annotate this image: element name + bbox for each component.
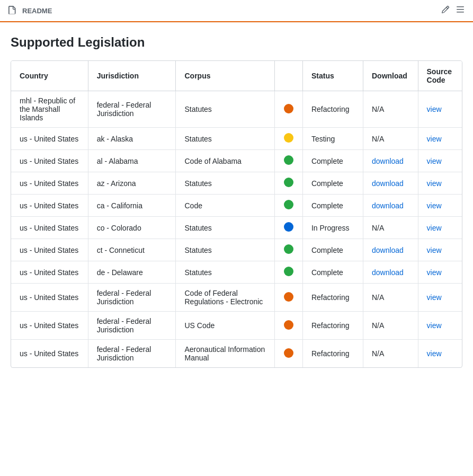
cell-status: Complete xyxy=(302,195,363,217)
download-link[interactable]: download xyxy=(372,201,404,210)
cell-download[interactable]: download xyxy=(363,261,418,284)
cell-jurisdiction: ca - California xyxy=(88,195,176,217)
download-link[interactable]: download xyxy=(372,179,404,188)
status-dot-indicator xyxy=(284,104,293,113)
col-header-jurisdiction: Jurisdiction xyxy=(88,61,176,91)
cell-status-dot xyxy=(275,128,303,150)
table-row: mhl - Republic of the Marshall Islandsfe… xyxy=(11,91,462,128)
table-row: us - United Statesde - DelawareStatutesC… xyxy=(11,261,462,284)
cell-corpus: Code xyxy=(176,195,275,217)
table-row: us - United Statesal - AlabamaCode of Al… xyxy=(11,150,462,172)
table-row: us - United Statesfederal - Federal Juri… xyxy=(11,284,462,312)
cell-status-dot xyxy=(275,150,303,172)
cell-status-dot xyxy=(275,195,303,217)
readme-label: README xyxy=(22,7,52,15)
cell-status: Refactoring xyxy=(302,91,363,128)
source-code-link[interactable]: view xyxy=(427,349,442,358)
cell-jurisdiction: co - Colorado xyxy=(88,217,176,239)
source-code-link[interactable]: view xyxy=(427,293,442,302)
cell-jurisdiction: federal - Federal Jurisdiction xyxy=(88,312,176,340)
download-link[interactable]: download xyxy=(372,268,404,277)
cell-country: us - United States xyxy=(11,150,88,172)
cell-jurisdiction: ak - Alaska xyxy=(88,128,176,150)
main-content: Supported Legislation Country Jurisdicti… xyxy=(0,22,473,381)
menu-icon[interactable] xyxy=(456,5,465,16)
source-code-link[interactable]: view xyxy=(427,135,442,143)
cell-corpus: US Code xyxy=(176,312,275,340)
cell-country: us - United States xyxy=(11,261,88,284)
book-icon xyxy=(8,6,18,15)
cell-jurisdiction: ct - Conneticut xyxy=(88,239,176,261)
cell-corpus: Aeronautical Information Manual xyxy=(176,340,275,368)
cell-status-dot xyxy=(275,312,303,340)
cell-source-code[interactable]: view xyxy=(418,195,462,217)
cell-jurisdiction: federal - Federal Jurisdiction xyxy=(88,284,176,312)
status-dot-indicator xyxy=(284,320,293,330)
source-code-link[interactable]: view xyxy=(427,157,442,165)
page-title: Supported Legislation xyxy=(11,35,462,50)
cell-status: Complete xyxy=(302,239,363,261)
source-code-link[interactable]: view xyxy=(427,105,442,113)
cell-status: Refactoring xyxy=(302,312,363,340)
col-header-status: Status xyxy=(302,61,363,91)
table-row: us - United Statesfederal - Federal Juri… xyxy=(11,340,462,368)
col-header-download: Download xyxy=(363,61,418,91)
cell-corpus: Statutes xyxy=(176,128,275,150)
cell-source-code[interactable]: view xyxy=(418,91,462,128)
source-code-link[interactable]: view xyxy=(427,201,442,210)
cell-source-code[interactable]: view xyxy=(418,284,462,312)
cell-download: N/A xyxy=(363,340,418,368)
status-dot-indicator xyxy=(284,222,293,232)
source-code-link[interactable]: view xyxy=(427,179,442,188)
cell-download[interactable]: download xyxy=(363,150,418,172)
cell-status-dot xyxy=(275,284,303,312)
status-dot-indicator xyxy=(284,292,293,302)
cell-corpus: Statutes xyxy=(176,239,275,261)
cell-country: us - United States xyxy=(11,195,88,217)
status-dot-indicator xyxy=(284,267,293,276)
cell-source-code[interactable]: view xyxy=(418,239,462,261)
download-link[interactable]: download xyxy=(372,246,404,254)
cell-jurisdiction: az - Arizona xyxy=(88,172,176,195)
cell-source-code[interactable]: view xyxy=(418,261,462,284)
cell-source-code[interactable]: view xyxy=(418,217,462,239)
cell-jurisdiction: de - Delaware xyxy=(88,261,176,284)
table-row: us - United Statesaz - ArizonaStatutesCo… xyxy=(11,172,462,195)
source-code-link[interactable]: view xyxy=(427,246,442,254)
table-row: us - United Statesak - AlaskaStatutesTes… xyxy=(11,128,462,150)
cell-country: us - United States xyxy=(11,128,88,150)
cell-status-dot xyxy=(275,217,303,239)
cell-corpus: Statutes xyxy=(176,261,275,284)
cell-download[interactable]: download xyxy=(363,172,418,195)
cell-download[interactable]: download xyxy=(363,239,418,261)
cell-source-code[interactable]: view xyxy=(418,150,462,172)
edit-icon[interactable] xyxy=(441,5,450,16)
cell-status-dot xyxy=(275,340,303,368)
cell-download: N/A xyxy=(363,128,418,150)
status-dot-indicator xyxy=(284,178,293,187)
cell-status: Refactoring xyxy=(302,340,363,368)
cell-corpus: Code of Federal Regulations - Electronic xyxy=(176,284,275,312)
cell-country: us - United States xyxy=(11,284,88,312)
cell-country: us - United States xyxy=(11,340,88,368)
readme-label-container: README xyxy=(8,6,52,15)
cell-source-code[interactable]: view xyxy=(418,128,462,150)
header-actions xyxy=(441,5,465,16)
cell-jurisdiction: al - Alabama xyxy=(88,150,176,172)
cell-corpus: Statutes xyxy=(176,91,275,128)
source-code-link[interactable]: view xyxy=(427,268,442,277)
cell-status: Testing xyxy=(302,128,363,150)
source-code-link[interactable]: view xyxy=(427,321,442,330)
source-code-link[interactable]: view xyxy=(427,224,442,232)
cell-status-dot xyxy=(275,261,303,284)
cell-status: Complete xyxy=(302,150,363,172)
cell-source-code[interactable]: view xyxy=(418,340,462,368)
cell-source-code[interactable]: view xyxy=(418,172,462,195)
col-header-source-code: Source Code xyxy=(418,61,462,91)
col-header-dot xyxy=(275,61,303,91)
cell-download: N/A xyxy=(363,284,418,312)
download-link[interactable]: download xyxy=(372,157,404,165)
cell-source-code[interactable]: view xyxy=(418,312,462,340)
cell-country: us - United States xyxy=(11,312,88,340)
cell-download[interactable]: download xyxy=(363,195,418,217)
